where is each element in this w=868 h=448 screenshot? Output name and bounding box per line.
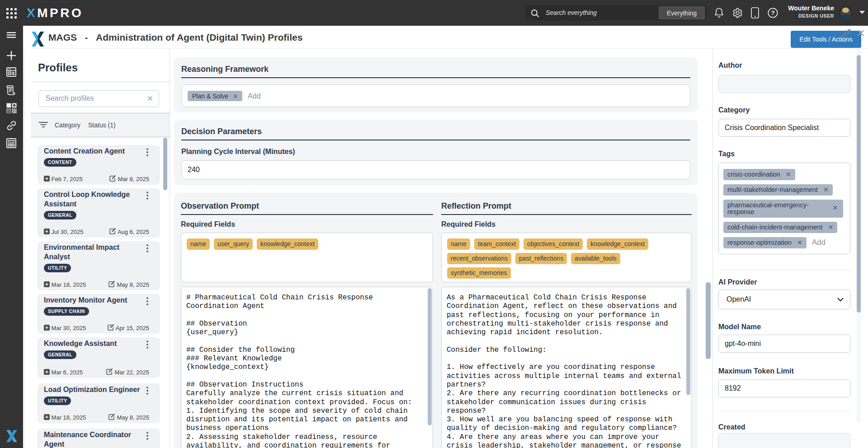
svg-text:?: ? — [771, 9, 774, 16]
